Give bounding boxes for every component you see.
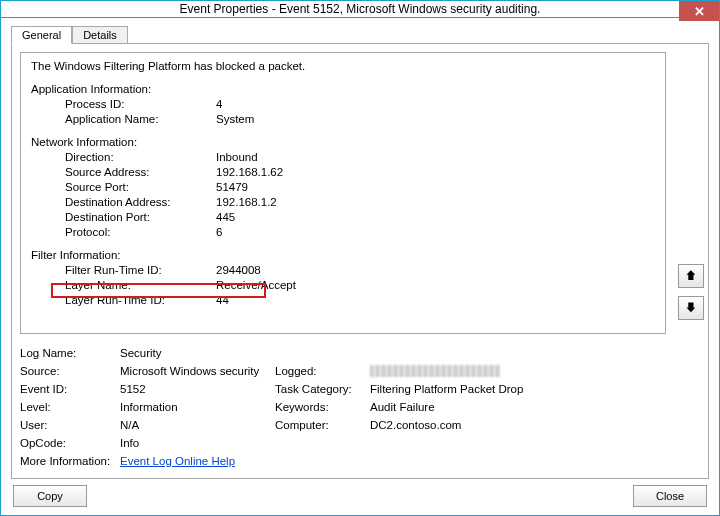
- value-computer: DC2.contoso.com: [370, 419, 666, 431]
- label-destination-address: Destination Address:: [65, 195, 170, 210]
- event-properties-window: Event Properties - Event 5152, Microsoft…: [0, 0, 720, 516]
- value-filter-runtime-id: 2944008: [216, 263, 261, 278]
- label-filter-runtime-id: Filter Run-Time ID:: [65, 263, 162, 278]
- value-protocol: 6: [216, 225, 222, 240]
- label-source-port: Source Port:: [65, 180, 129, 195]
- value-logged: [370, 365, 666, 378]
- close-icon: ✕: [694, 4, 705, 19]
- event-nav-buttons: 🡅 🡇: [678, 264, 708, 320]
- tab-panel-general: The Windows Filtering Platform has block…: [11, 43, 709, 479]
- label-layer-runtime-id: Layer Run-Time ID:: [65, 293, 165, 308]
- value-event-id: 5152: [120, 383, 275, 395]
- event-detail-text[interactable]: The Windows Filtering Platform has block…: [20, 52, 666, 334]
- tab-details[interactable]: Details: [72, 26, 128, 44]
- section-filter-info: Filter Information:: [31, 248, 120, 263]
- detail-headline: The Windows Filtering Platform has block…: [31, 59, 305, 74]
- copy-button[interactable]: Copy: [13, 485, 87, 507]
- value-source-port: 51479: [216, 180, 248, 195]
- label-process-id: Process ID:: [65, 97, 124, 112]
- label-level: Level:: [20, 401, 120, 413]
- value-task-category: Filtering Platform Packet Drop: [370, 383, 666, 395]
- event-metadata-grid: Log Name: Security Source: Microsoft Win…: [20, 344, 666, 470]
- tab-strip: General Details: [11, 26, 709, 44]
- arrow-up-icon: 🡅: [685, 269, 697, 283]
- dialog-button-bar: Copy Close: [11, 479, 709, 509]
- value-user: N/A: [120, 419, 275, 431]
- value-level: Information: [120, 401, 275, 413]
- value-application-name: System: [216, 112, 254, 127]
- label-event-id: Event ID:: [20, 383, 120, 395]
- title-bar: Event Properties - Event 5152, Microsoft…: [1, 1, 719, 18]
- value-layer-name: Receive/Accept: [216, 278, 296, 293]
- label-source: Source:: [20, 365, 120, 377]
- previous-event-button[interactable]: 🡅: [678, 264, 704, 288]
- section-network-info: Network Information:: [31, 135, 137, 150]
- value-destination-address: 192.168.1.2: [216, 195, 277, 210]
- label-more-information: More Information:: [20, 455, 120, 467]
- link-event-log-online-help[interactable]: Event Log Online Help: [120, 455, 235, 467]
- value-destination-port: 445: [216, 210, 235, 225]
- value-source: Microsoft Windows security: [120, 365, 275, 377]
- label-task-category: Task Category:: [275, 383, 370, 395]
- value-direction: Inbound: [216, 150, 258, 165]
- label-direction: Direction:: [65, 150, 114, 165]
- section-application-info: Application Information:: [31, 82, 151, 97]
- tab-general[interactable]: General: [11, 26, 72, 44]
- label-layer-name: Layer Name:: [65, 278, 131, 293]
- label-opcode: OpCode:: [20, 437, 120, 449]
- label-log-name: Log Name:: [20, 347, 120, 359]
- close-button[interactable]: Close: [633, 485, 707, 507]
- label-user: User:: [20, 419, 120, 431]
- label-source-address: Source Address:: [65, 165, 149, 180]
- value-layer-runtime-id: 44: [216, 293, 229, 308]
- label-computer: Computer:: [275, 419, 370, 431]
- label-logged: Logged:: [275, 365, 370, 377]
- label-application-name: Application Name:: [65, 112, 158, 127]
- value-opcode: Info: [120, 437, 275, 449]
- value-process-id: 4: [216, 97, 222, 112]
- label-protocol: Protocol:: [65, 225, 110, 240]
- client-area: General Details The Windows Filtering Pl…: [1, 18, 719, 515]
- arrow-down-icon: 🡇: [685, 301, 697, 315]
- label-keywords: Keywords:: [275, 401, 370, 413]
- value-keywords: Audit Failure: [370, 401, 666, 413]
- value-log-name: Security: [120, 347, 275, 359]
- label-destination-port: Destination Port:: [65, 210, 150, 225]
- window-title: Event Properties - Event 5152, Microsoft…: [180, 2, 541, 16]
- value-source-address: 192.168.1.62: [216, 165, 283, 180]
- next-event-button[interactable]: 🡇: [678, 296, 704, 320]
